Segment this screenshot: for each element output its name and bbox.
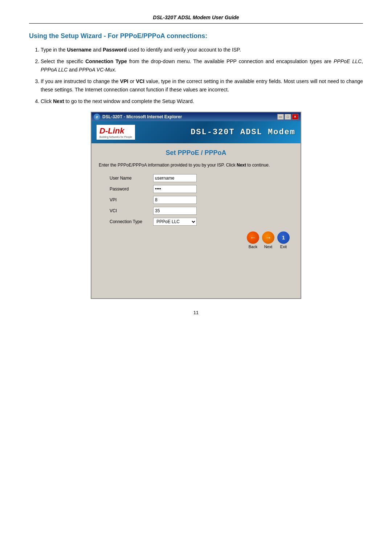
dlink-product-name: DSL-320T ADSL Modem <box>191 128 295 137</box>
close-button[interactable]: ✕ <box>292 114 298 120</box>
bottom-area <box>91 255 301 298</box>
instruction-step-4: Click Next to go to the next window and … <box>41 97 363 105</box>
connection-type-row: Connection Type PPPoE LLC PPPoA LLC PPPo… <box>110 218 293 226</box>
ie-icon: e <box>94 114 100 120</box>
vci-label: VCI <box>110 208 153 213</box>
instruction-step-2: Select the specific Connection Type from… <box>41 57 363 74</box>
exit-button[interactable]: 1 <box>277 231 290 244</box>
vci-row: VCI <box>110 207 293 215</box>
dlink-header: D-Link Building Networks for People DSL-… <box>91 121 301 143</box>
vpi-input[interactable] <box>153 196 197 204</box>
vci-input[interactable] <box>153 207 197 215</box>
page-header: DSL-320T ADSL Modem User Guide <box>29 15 363 24</box>
back-btn-group[interactable]: ← Back <box>247 231 259 249</box>
vpi-label: VPI <box>110 197 153 202</box>
form-fields: User Name Password VPI VCI Connection Ty… <box>110 174 293 226</box>
instructions-list: Type in the Username and Password used t… <box>41 46 363 105</box>
nav-buttons: ← Back → Next 1 Exit <box>99 231 293 249</box>
titlebar-left: e DSL-320T - Microsoft Internet Explorer <box>94 114 182 120</box>
vpi-row: VPI <box>110 196 293 204</box>
restore-button[interactable]: □ <box>285 114 291 120</box>
back-label: Back <box>249 245 257 249</box>
form-description: Enter the PPPoE/PPPoA information provid… <box>99 162 293 168</box>
username-label: User Name <box>110 176 153 181</box>
password-label: Password <box>110 186 153 192</box>
dlink-logo-text: D-Link <box>99 126 124 135</box>
connection-type-label: Connection Type <box>110 219 153 224</box>
section-title: Using the Setup Wizard - For PPPoE/PPPoA… <box>29 32 363 40</box>
exit-label: Exit <box>280 245 287 249</box>
connection-type-select[interactable]: PPPoE LLC PPPoA LLC PPPoA VC-Mux <box>153 218 197 226</box>
instruction-step-1: Type in the Username and Password used t… <box>41 46 363 54</box>
next-label: Next <box>264 245 273 249</box>
back-button[interactable]: ← <box>247 231 259 244</box>
dlink-logo-sub: Building Networks for People <box>99 136 132 138</box>
next-button[interactable]: → <box>262 231 274 244</box>
exit-btn-group[interactable]: 1 Exit <box>277 231 290 249</box>
browser-title: DSL-320T - Microsoft Internet Explorer <box>102 114 182 119</box>
form-area: Set PPPoE / PPPoA Enter the PPPoE/PPPoA … <box>91 143 301 255</box>
browser-window: e DSL-320T - Microsoft Internet Explorer… <box>91 112 301 299</box>
password-row: Password <box>110 185 293 193</box>
instruction-step-3: If you are instructed to change the VPI … <box>41 77 363 94</box>
window-controls[interactable]: — □ ✕ <box>277 114 298 120</box>
minimize-button[interactable]: — <box>277 114 284 120</box>
form-title: Set PPPoE / PPPoA <box>99 149 293 157</box>
username-input[interactable] <box>153 174 197 182</box>
next-btn-group[interactable]: → Next <box>262 231 274 249</box>
username-row: User Name <box>110 174 293 182</box>
browser-titlebar: e DSL-320T - Microsoft Internet Explorer… <box>91 112 301 121</box>
dlink-logo: D-Link Building Networks for People <box>97 125 135 140</box>
page-number: 11 <box>29 310 363 315</box>
password-input[interactable] <box>153 185 197 193</box>
